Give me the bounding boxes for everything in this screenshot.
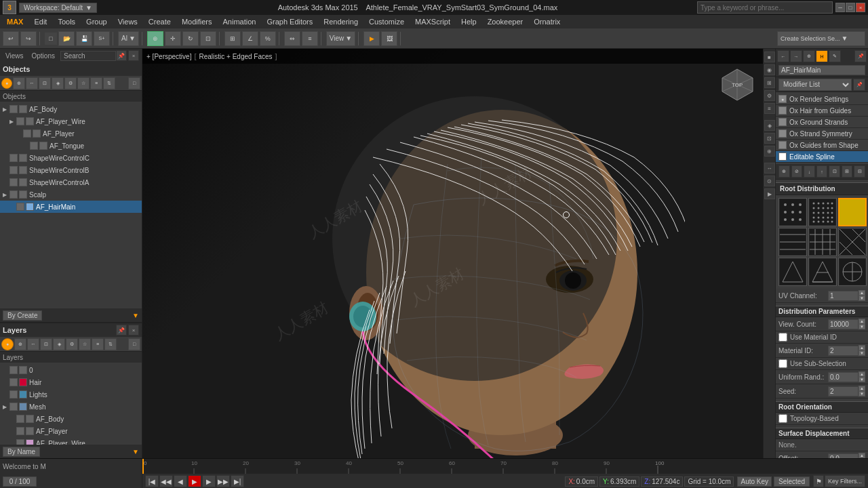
- scene-item-shapewirebo[interactable]: ShapeWireControlB: [0, 164, 142, 176]
- topology-based-checkbox[interactable]: [778, 414, 787, 423]
- rp-toolbar-4[interactable]: H: [816, 50, 828, 62]
- visibility-icon-4[interactable]: [30, 142, 38, 150]
- material-id-input[interactable]: 2: [828, 346, 859, 356]
- pb-next-btn[interactable]: ▶▶: [216, 475, 230, 487]
- close-button[interactable]: ×: [856, 3, 865, 12]
- minimize-button[interactable]: ─: [835, 3, 845, 12]
- scene-btn-9[interactable]: ⇅: [103, 77, 115, 89]
- layer-vis-afplayer[interactable]: [16, 427, 24, 435]
- layer-vis-afbody[interactable]: [16, 415, 24, 423]
- angle-snap-btn[interactable]: ∠: [242, 31, 258, 46]
- scene-item-shapewirea[interactable]: ShapeWireControlA: [0, 176, 142, 188]
- visibility-icon-6[interactable]: [9, 166, 18, 174]
- pb-play-btn[interactable]: ▶: [188, 475, 201, 487]
- layer-dropdown[interactable]: Al ▼: [118, 31, 139, 46]
- layer-item-mesh[interactable]: ▶ Mesh: [0, 401, 142, 413]
- scene-item-aftongue[interactable]: AF_Tongue: [0, 140, 142, 152]
- mod-btn-6[interactable]: ⊞: [842, 165, 853, 178]
- uniform-rand-input[interactable]: 0.0: [828, 372, 859, 382]
- scene-btn-4[interactable]: ⊡: [39, 77, 51, 89]
- menu-customize[interactable]: Customize: [363, 16, 410, 27]
- layers-btn-1[interactable]: ●: [1, 338, 14, 350]
- menu-create[interactable]: Create: [143, 16, 176, 27]
- visibility-icon-9[interactable]: [16, 203, 24, 211]
- modifier-vis-icon-5[interactable]: [778, 141, 787, 149]
- viewport-mode-dropdown[interactable]: View ▼: [326, 31, 355, 46]
- search-bar[interactable]: Type a keyword or phrase...: [697, 1, 833, 14]
- rp-toolbar-3[interactable]: ⊕: [803, 50, 815, 62]
- modifier-strand-symmetry[interactable]: Ox Strand Symmetry: [776, 128, 868, 140]
- uv-up-arrow[interactable]: ▲: [859, 290, 865, 296]
- scene-pin-icon[interactable]: 📌: [116, 50, 127, 61]
- rp-icon-4[interactable]: ⚙: [764, 90, 775, 101]
- mod-btn-2[interactable]: ⊘: [791, 165, 803, 178]
- tab-views[interactable]: Views: [3, 52, 26, 60]
- menu-modifiers[interactable]: Modifiers: [176, 16, 218, 27]
- layer-item-afplayer[interactable]: AF_Player: [0, 425, 142, 437]
- scene-item-scalp[interactable]: ▶ Scalp: [0, 188, 142, 201]
- modifier-vis-icon-6[interactable]: [778, 152, 787, 161]
- pb-start-btn[interactable]: |◀: [145, 475, 159, 487]
- vc-up-arrow[interactable]: ▲: [859, 319, 865, 324]
- visibility-icon-2[interactable]: [16, 117, 24, 125]
- seed-up-arrow[interactable]: ▲: [859, 386, 865, 391]
- scene-item-afplayer[interactable]: AF_Player: [0, 127, 142, 140]
- scene-btn-3[interactable]: ↔: [26, 77, 38, 89]
- open-btn[interactable]: 📂: [58, 31, 75, 46]
- menu-group[interactable]: Group: [81, 16, 113, 27]
- modifier-ground-strands[interactable]: Ox Ground Strands: [776, 117, 868, 128]
- new-btn[interactable]: □: [45, 33, 57, 45]
- select-btn[interactable]: ⊕: [147, 31, 163, 46]
- rp-icon-3[interactable]: ⊞: [764, 77, 775, 88]
- rd-cell-1[interactable]: [778, 198, 807, 226]
- rd-cell-5[interactable]: [808, 228, 837, 256]
- rp-toolbar-pin[interactable]: 📌: [854, 50, 867, 62]
- rp-toolbar-5[interactable]: ✎: [829, 50, 841, 62]
- modifier-pin-btn[interactable]: 📌: [853, 79, 865, 91]
- layer-vis-hair[interactable]: [9, 378, 18, 386]
- modifier-render-settings[interactable]: ● Ox Render Settings: [776, 94, 868, 105]
- scene-btn-2[interactable]: ⊕: [13, 77, 25, 89]
- vc-down-arrow[interactable]: ▼: [859, 324, 865, 329]
- set-key-btn[interactable]: ⚑: [813, 475, 824, 487]
- renderframe-btn[interactable]: 🖼: [381, 31, 397, 46]
- modifier-guides-from-shape[interactable]: Ox Guides from Shape: [776, 140, 868, 151]
- mod-btn-5[interactable]: ⊡: [829, 165, 840, 178]
- mod-btn-1[interactable]: ⊕: [778, 165, 790, 178]
- layer-vis-afpw[interactable]: [16, 439, 24, 445]
- scene-item-afhairman[interactable]: AF_HairMain: [0, 201, 142, 213]
- auto-key-btn[interactable]: Auto Key: [737, 476, 772, 487]
- by-create-button[interactable]: By Create: [3, 310, 42, 321]
- layers-btn-4[interactable]: ⊡: [40, 338, 52, 350]
- menu-edit[interactable]: Edit: [28, 16, 52, 27]
- undo-btn[interactable]: ↩: [3, 31, 19, 46]
- scene-btn-7[interactable]: ☆: [77, 77, 90, 89]
- rd-cell-7[interactable]: [778, 258, 807, 286]
- menu-maxscript[interactable]: MAXScript: [410, 16, 456, 27]
- visibility-icon[interactable]: [9, 105, 18, 113]
- timeline-ruler[interactable]: 0 10 20 30 40 50 60 70 80 90 1: [142, 459, 868, 474]
- layer-item-hair[interactable]: Hair: [0, 376, 142, 388]
- rd-cell-9[interactable]: [838, 258, 867, 286]
- scale-btn[interactable]: ⊡: [200, 31, 216, 46]
- seed-input[interactable]: 2: [828, 386, 859, 396]
- modifier-vis-icon-1[interactable]: ●: [778, 95, 787, 103]
- layers-close-icon[interactable]: ×: [128, 325, 139, 336]
- layers-pin-icon[interactable]: 📌: [116, 325, 127, 336]
- maximize-button[interactable]: □: [846, 3, 855, 12]
- filter-icon[interactable]: ▼: [132, 312, 139, 319]
- time-range-display[interactable]: 0 / 100: [3, 476, 37, 487]
- menu-help[interactable]: Help: [456, 16, 482, 27]
- modifier-vis-icon-2[interactable]: [778, 106, 787, 115]
- modifier-hair-from-guides[interactable]: Ox Hair from Guides: [776, 105, 868, 117]
- rp-toolbar-2[interactable]: →: [790, 50, 802, 62]
- scene-btn-1[interactable]: ●: [1, 78, 12, 89]
- rp-icon-10[interactable]: ⊙: [764, 176, 775, 186]
- layer-vis-mesh[interactable]: [9, 403, 18, 411]
- nav-cube[interactable]: TOP: [719, 66, 756, 103]
- scene-search[interactable]: Search: [60, 51, 116, 61]
- menu-rendering[interactable]: Rendering: [318, 16, 363, 27]
- mod-btn-7[interactable]: ⊟: [854, 165, 865, 178]
- scene-btn-5[interactable]: ◈: [52, 77, 64, 89]
- menu-grapheditors[interactable]: Graph Editors: [261, 16, 318, 27]
